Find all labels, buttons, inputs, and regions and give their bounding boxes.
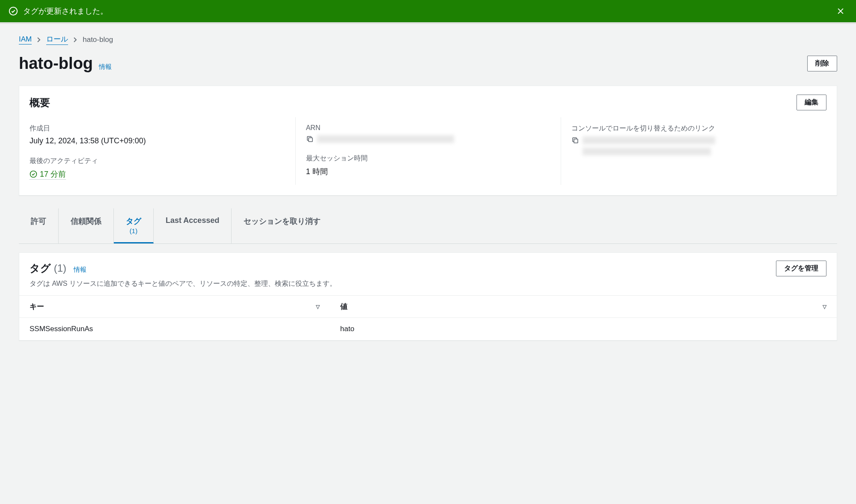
overview-title: 概要 <box>30 96 50 110</box>
sort-icon[interactable]: ▽ <box>823 304 826 310</box>
overview-panel: 概要 編集 作成日 July 12, 2024, 13:58 (UTC+09:0… <box>19 86 837 196</box>
table-row: SSMSessionRunAs hato <box>19 318 837 341</box>
col-value[interactable]: 値 ▽ <box>330 296 837 318</box>
tags-panel: タグ (1) 情報 タグを管理 タグは AWS リソースに追加できるキーと値のペ… <box>19 252 837 341</box>
chevron-right-icon <box>73 37 77 43</box>
tag-value: hato <box>330 318 837 341</box>
check-circle-icon <box>30 170 37 178</box>
tags-count: (1) <box>54 262 66 274</box>
info-link[interactable]: 情報 <box>99 63 112 70</box>
delete-button[interactable]: 削除 <box>807 56 837 71</box>
tab-last-accessed[interactable]: Last Accessed <box>154 208 232 243</box>
max-session-value: 1 時間 <box>306 166 553 177</box>
tags-description: タグは AWS リソースに追加できるキーと値のペアで、リソースの特定、整理、検索… <box>30 279 826 288</box>
switch-role-redacted <box>583 136 715 155</box>
created-value: July 12, 2024, 13:58 (UTC+09:00) <box>30 136 287 145</box>
switch-role-label: コンソールでロールを切り替えるためのリンク <box>571 124 818 133</box>
tag-key: SSMSessionRunAs <box>19 318 330 341</box>
sort-icon[interactable]: ▽ <box>316 304 320 310</box>
copy-icon[interactable] <box>306 135 314 143</box>
copy-icon[interactable] <box>571 136 579 144</box>
last-activity-value[interactable]: 17 分前 <box>30 169 66 180</box>
breadcrumb-current: hato-blog <box>83 36 113 44</box>
tab-revoke[interactable]: セッションを取り消す <box>232 208 333 243</box>
arn-label: ARN <box>306 124 553 132</box>
info-link[interactable]: 情報 <box>74 266 86 273</box>
tab-permissions[interactable]: 許可 <box>19 208 59 243</box>
tab-tags[interactable]: タグ (1) <box>114 208 154 243</box>
breadcrumb-roles[interactable]: ロール <box>46 34 68 45</box>
manage-tags-button[interactable]: タグを管理 <box>776 261 826 276</box>
last-activity-label: 最後のアクティビティ <box>30 157 287 166</box>
svg-rect-3 <box>574 139 578 143</box>
edit-button[interactable]: 編集 <box>797 95 826 110</box>
close-icon[interactable] <box>834 7 847 15</box>
tabs: 許可 信頼関係 タグ (1) Last Accessed セッションを取り消す <box>19 208 837 244</box>
tags-table: キー ▽ 値 ▽ SSMSessionRunAs hato <box>19 295 837 340</box>
flash-success: タグが更新されました。 <box>0 0 856 22</box>
max-session-label: 最大セッション時間 <box>306 154 553 163</box>
svg-rect-2 <box>309 138 312 142</box>
page-title: hato-blog <box>19 54 93 72</box>
created-label: 作成日 <box>30 124 287 133</box>
chevron-right-icon <box>37 37 41 43</box>
col-key[interactable]: キー ▽ <box>19 296 330 318</box>
flash-message: タグが更新されました。 <box>23 6 834 16</box>
breadcrumb: IAM ロール hato-blog <box>19 34 837 45</box>
tags-title: タグ <box>30 262 51 274</box>
check-circle-icon <box>9 6 18 16</box>
arn-redacted <box>317 135 454 143</box>
breadcrumb-iam[interactable]: IAM <box>19 35 32 44</box>
tab-trust[interactable]: 信頼関係 <box>59 208 114 243</box>
